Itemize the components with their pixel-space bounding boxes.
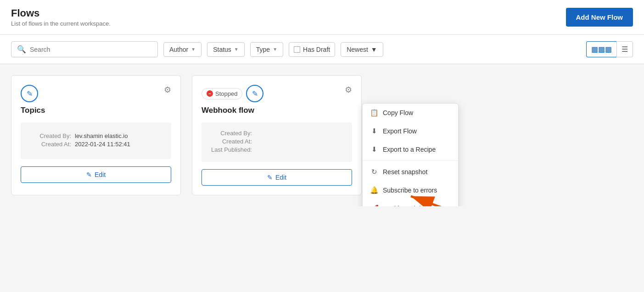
edit-button-webhook[interactable]: ✎ Edit: [202, 169, 352, 186]
flow-card-topics: ✎ ⚙ Topics Created By: lev.shamin elasti…: [11, 75, 181, 195]
search-icon: 🔍: [17, 45, 26, 54]
status-filter-label: Status: [213, 46, 231, 53]
meta-row: Created At: 2022-01-24 11:52:41: [30, 141, 162, 148]
card-title-topics: Topics: [21, 106, 171, 115]
edit-button-topics[interactable]: ✎ Edit: [21, 166, 171, 183]
author-chevron-icon: ▼: [191, 47, 196, 52]
meta-row: Created By: lev.shamin elastic.io: [30, 132, 162, 139]
page-subtitle: List of flows in the current workspace.: [11, 20, 111, 27]
card-title-webhook: Webhook flow: [202, 106, 352, 115]
meta-label-created-at: Created At:: [30, 141, 71, 148]
status-chevron-icon: ▼: [234, 47, 239, 52]
meta-value-created-by: lev.shamin elastic.io: [75, 132, 128, 139]
type-filter-label: Type: [256, 46, 270, 53]
card-gear-topics[interactable]: ⚙: [164, 85, 171, 95]
meta-value-created-at: 2022-01-24 11:52:41: [75, 141, 130, 148]
flows-content: ✎ ⚙ Topics Created By: lev.shamin elasti…: [0, 64, 644, 206]
header-left: Flows List of flows in the current works…: [11, 7, 111, 27]
meta-label-last-published: Last Published:: [211, 146, 252, 153]
status-text: Stopped: [215, 90, 237, 97]
page-title: Flows: [11, 7, 111, 19]
page-header: Flows List of flows in the current works…: [0, 0, 644, 35]
status-badge-stopped: Stopped: [202, 88, 242, 99]
context-menu: 📋 Copy Flow ⬇ Export Flow ⬇ Export to a …: [362, 103, 459, 206]
copy-icon: 📋: [370, 109, 378, 117]
menu-item-reset-snapshot[interactable]: ↻ Reset snapshot: [363, 163, 458, 181]
menu-item-enable-realtime[interactable]: 🚀 Enable real-time: [363, 199, 458, 206]
card-meta-topics: Created By: lev.shamin elastic.io Create…: [21, 122, 171, 159]
card-gear-webhook[interactable]: ⚙: [345, 85, 352, 95]
menu-label-export-recipe: Export to a Recipe: [383, 146, 436, 153]
card-top-topics: ✎ ⚙: [21, 85, 171, 102]
edit-label-webhook: Edit: [275, 174, 286, 181]
grid-view-button[interactable]: ▩▩▩: [586, 41, 616, 57]
sort-button[interactable]: Newest ▼: [341, 42, 383, 57]
menu-label-copy-flow: Copy Flow: [383, 109, 413, 116]
meta-label-created-at-w: Created At:: [211, 138, 252, 145]
menu-divider-1: [363, 160, 458, 161]
toolbar: 🔍 Author ▼ Status ▼ Type ▼ Has Draft New…: [0, 35, 644, 64]
meta-row: Created By:: [211, 130, 343, 137]
menu-label-enable-realtime: Enable real-time: [383, 205, 430, 206]
meta-row: Last Published:: [211, 146, 343, 153]
author-filter-label: Author: [169, 46, 188, 53]
menu-item-copy-flow[interactable]: 📋 Copy Flow: [363, 104, 458, 122]
list-view-button[interactable]: ☰: [616, 41, 633, 57]
author-filter[interactable]: Author ▼: [163, 42, 202, 57]
menu-item-export-recipe[interactable]: ⬇ Export to a Recipe: [363, 140, 458, 159]
sort-chevron-icon: ▼: [371, 46, 377, 53]
card-edit-icon-topics: ✎: [21, 85, 38, 102]
status-dot-icon: [207, 90, 213, 97]
type-chevron-icon: ▼: [273, 47, 277, 52]
card-header-row-webhook: Stopped ✎: [202, 85, 263, 102]
menu-label-export-flow: Export Flow: [383, 127, 417, 135]
has-draft-label: Has Draft: [303, 46, 330, 53]
edit-label-topics: Edit: [95, 171, 106, 178]
download-icon: ⬇: [370, 127, 378, 135]
card-top-webhook: Stopped ✎ ⚙: [202, 85, 352, 102]
meta-label-created-by: Created By:: [30, 132, 71, 139]
sort-label: Newest: [347, 46, 368, 53]
edit-icon-topics: ✎: [86, 171, 92, 178]
card-meta-webhook: Created By: Created At: Last Published:: [202, 122, 352, 162]
has-draft-filter[interactable]: Has Draft: [289, 42, 335, 57]
meta-row: Created At:: [211, 138, 343, 145]
search-box[interactable]: 🔍: [11, 41, 158, 57]
view-toggle: ▩▩▩ ☰: [586, 41, 633, 57]
card-edit-icon-webhook: ✎: [246, 85, 263, 102]
flow-card-webhook: Stopped ✎ ⚙ Webhook flow Created By: Cre…: [192, 75, 362, 195]
reset-icon: ↻: [370, 168, 378, 176]
menu-item-export-flow[interactable]: ⬇ Export Flow: [363, 122, 458, 140]
download-recipe-icon: ⬇: [370, 145, 378, 154]
meta-label-created-by-w: Created By:: [211, 130, 252, 137]
bell-icon: 🔔: [370, 186, 378, 194]
status-filter[interactable]: Status ▼: [207, 42, 245, 57]
menu-item-subscribe-errors[interactable]: 🔔 Subscribe to errors: [363, 181, 458, 199]
rocket-icon: 🚀: [370, 204, 378, 206]
search-input[interactable]: [30, 46, 152, 53]
has-draft-checkbox[interactable]: [294, 46, 300, 53]
menu-label-reset-snapshot: Reset snapshot: [383, 168, 427, 176]
add-new-flow-button[interactable]: Add New Flow: [566, 8, 633, 27]
menu-label-subscribe-errors: Subscribe to errors: [383, 187, 437, 194]
type-filter[interactable]: Type ▼: [250, 42, 283, 57]
edit-icon-webhook: ✎: [267, 174, 273, 181]
